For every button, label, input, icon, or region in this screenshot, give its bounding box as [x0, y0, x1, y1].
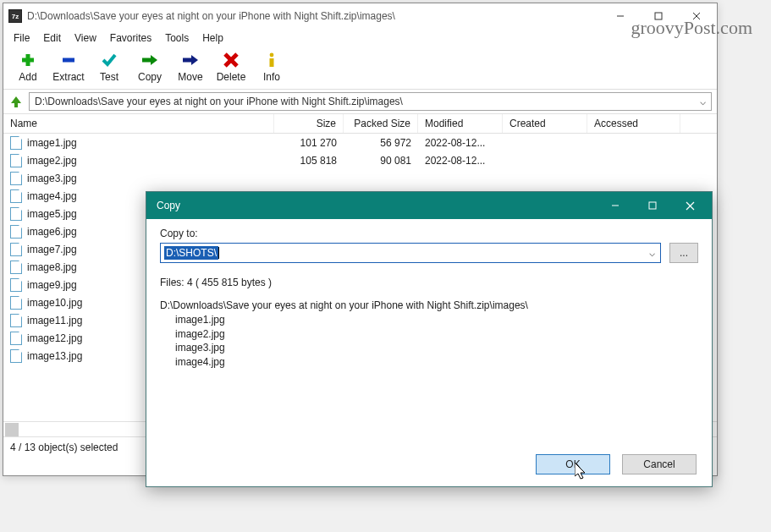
menu-favorites[interactable]: Favorites — [103, 30, 158, 47]
file-icon — [10, 136, 22, 150]
file-name: image3.jpg — [27, 173, 77, 184]
file-name: image8.jpg — [27, 261, 77, 273]
titlebar: 7z D:\Downloads\Save your eyes at night … — [3, 3, 717, 29]
close-button[interactable] — [677, 4, 715, 28]
col-accessed[interactable]: Accessed — [587, 114, 680, 133]
info-label: Info — [263, 71, 280, 83]
window-title: D:\Downloads\Save your eyes at night on … — [27, 10, 395, 22]
add-button[interactable]: Add — [8, 49, 47, 83]
svg-rect-17 — [649, 202, 656, 209]
file-name: image12.jpg — [27, 332, 82, 344]
table-row[interactable]: image2.jpg105 81890 0812022-08-12... — [3, 151, 717, 169]
list-item: image2.jpg — [175, 327, 698, 342]
file-packed: 90 081 — [344, 155, 418, 167]
dialog-title: Copy — [157, 200, 180, 211]
file-icon — [10, 332, 22, 345]
menu-tools[interactable]: Tools — [158, 30, 196, 47]
dialog-file-list: D:\Downloads\Save your eyes at night on … — [160, 299, 698, 370]
file-icon — [10, 243, 22, 256]
delete-button[interactable]: Delete — [212, 49, 251, 83]
ok-button[interactable]: OK — [536, 454, 610, 474]
menu-edit[interactable]: Edit — [36, 30, 68, 47]
chevron-down-icon[interactable]: ⌵ — [646, 247, 658, 259]
test-label: Test — [100, 71, 118, 83]
up-button[interactable] — [8, 94, 24, 109]
file-icon — [10, 314, 22, 327]
dialog-maximize-button[interactable] — [634, 194, 671, 217]
test-button[interactable]: Test — [90, 49, 129, 83]
copy-to-label: Copy to: — [160, 228, 698, 239]
file-icon — [10, 207, 22, 221]
toolbar: Add Extract Test Copy Move Delete Info — [3, 47, 717, 90]
dialog-minimize-button[interactable] — [597, 194, 634, 217]
check-icon — [101, 51, 118, 69]
pathbar: D:\Downloads\Save your eyes at night on … — [3, 90, 717, 113]
chevron-down-icon[interactable]: ⌵ — [700, 96, 706, 107]
plus-icon — [19, 51, 36, 69]
file-size: 105 818 — [274, 155, 344, 167]
file-icon — [10, 154, 22, 167]
file-icon — [10, 278, 22, 292]
file-name: image6.jpg — [27, 226, 77, 238]
copy-button[interactable]: Copy — [130, 49, 169, 83]
file-name: image11.jpg — [27, 315, 82, 326]
arrow-right-blue-icon — [181, 51, 200, 69]
menu-help[interactable]: Help — [196, 30, 230, 47]
svg-rect-1 — [655, 13, 662, 19]
svg-marker-8 — [151, 55, 157, 65]
column-headers: Name Size Packed Size Modified Created A… — [3, 113, 717, 134]
col-size[interactable]: Size — [274, 114, 344, 133]
move-button[interactable]: Move — [171, 49, 210, 83]
minus-icon — [60, 51, 77, 69]
info-button[interactable]: Info — [252, 49, 291, 83]
file-name: image9.jpg — [27, 279, 77, 291]
dialog-close-button[interactable] — [671, 194, 708, 217]
svg-marker-15 — [11, 96, 21, 107]
path-text: D:\Downloads\Save your eyes at night on … — [35, 96, 403, 107]
browse-button[interactable]: ... — [669, 243, 698, 263]
svg-marker-10 — [191, 55, 198, 65]
info-icon — [264, 51, 279, 69]
path-input[interactable]: D:\Downloads\Save your eyes at night on … — [29, 92, 712, 111]
maximize-button[interactable] — [639, 4, 677, 28]
menu-view[interactable]: View — [68, 30, 103, 47]
list-item: image3.jpg — [175, 341, 698, 355]
file-name: image10.jpg — [27, 297, 82, 309]
extract-button[interactable]: Extract — [49, 49, 88, 83]
file-icon — [10, 296, 22, 310]
col-created[interactable]: Created — [503, 114, 587, 133]
dialog-titlebar: Copy — [146, 192, 712, 219]
delete-label: Delete — [217, 71, 246, 83]
list-item: image1.jpg — [175, 313, 698, 327]
file-modified: 2022-08-12... — [418, 137, 503, 149]
col-modified[interactable]: Modified — [418, 114, 503, 133]
menubar: File Edit View Favorites Tools Help — [3, 29, 717, 47]
destination-combobox[interactable]: D:\SHOTS\ ⌵ — [160, 243, 661, 263]
table-row[interactable]: image3.jpg — [3, 169, 717, 187]
file-name: image13.jpg — [27, 350, 82, 362]
file-size: 101 270 — [274, 137, 344, 149]
minimize-button[interactable] — [601, 4, 639, 28]
file-icon — [10, 261, 22, 274]
col-packed[interactable]: Packed Size — [344, 114, 418, 133]
arrow-right-green-icon — [140, 51, 159, 69]
copy-label: Copy — [138, 71, 162, 83]
extract-label: Extract — [52, 71, 84, 83]
col-name[interactable]: Name — [3, 114, 274, 133]
file-icon — [10, 349, 22, 363]
file-modified: 2022-08-12... — [418, 155, 503, 167]
file-icon — [10, 189, 22, 203]
table-row[interactable]: image1.jpg101 27056 9722022-08-12... — [3, 134, 717, 151]
add-label: Add — [19, 71, 36, 83]
app-icon: 7z — [8, 9, 22, 23]
dialog-summary: Files: 4 ( 455 815 bytes ) — [160, 275, 698, 290]
x-icon — [223, 51, 240, 69]
copy-dialog: Copy Copy to: D:\SHOTS\ ⌵ ... Files: 4 (… — [146, 191, 713, 487]
list-item: image4.jpg — [175, 355, 698, 370]
file-icon — [10, 225, 22, 239]
cancel-button[interactable]: Cancel — [622, 454, 697, 474]
move-label: Move — [178, 71, 202, 83]
destination-value: D:\SHOTS\ — [164, 246, 218, 260]
menu-file[interactable]: File — [7, 30, 36, 47]
svg-point-13 — [270, 53, 274, 58]
